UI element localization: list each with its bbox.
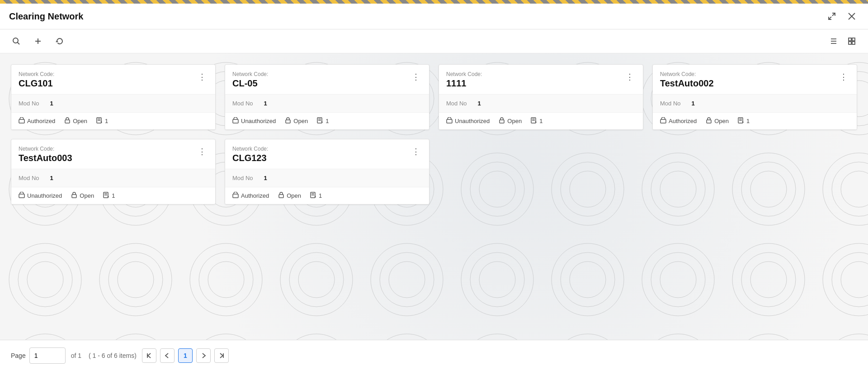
expand-icon[interactable]	[825, 9, 839, 24]
auth-status-label: Authorized	[669, 118, 697, 124]
card-header: Network Code: CLG101 ⋮	[11, 65, 215, 95]
mod-no-label: Mod No	[232, 100, 253, 107]
svg-rect-41	[279, 195, 283, 198]
svg-rect-15	[19, 119, 24, 123]
card-footer: Unauthorized Open 1	[225, 113, 429, 129]
svg-rect-16	[65, 120, 70, 123]
page-input[interactable]	[29, 347, 66, 364]
card-body: Mod No 1	[11, 95, 215, 113]
lock-icon	[706, 117, 712, 125]
auth-icon	[660, 117, 666, 125]
card-footer: Unauthorized Open 1	[11, 187, 215, 204]
card-1: Network Code: CLG101 ⋮ Mod No 1 Authoriz…	[11, 64, 216, 130]
auth-status-label: Unauthorized	[241, 118, 276, 124]
edit-count: 1	[96, 117, 108, 125]
mod-no-value: 1	[50, 100, 53, 107]
svg-rect-14	[852, 42, 855, 44]
last-page-button[interactable]	[214, 348, 229, 363]
auth-status-label: Authorized	[27, 118, 55, 124]
search-button[interactable]	[9, 34, 24, 48]
card-body: Mod No 1	[439, 95, 643, 113]
svg-rect-30	[660, 119, 666, 123]
card-footer: Authorized Open 1	[11, 113, 215, 129]
grid-view-button[interactable]	[844, 34, 859, 48]
card-header: Network Code: TestAuto002 ⋮	[653, 65, 857, 95]
network-code-label: Network Code:	[19, 71, 54, 77]
card-menu-button[interactable]: ⋮	[838, 71, 849, 83]
lock-status-label: Open	[293, 118, 308, 124]
svg-rect-20	[233, 119, 238, 123]
card-body: Mod No 1	[225, 95, 429, 113]
page-label: Page	[11, 352, 26, 359]
card-6: Network Code: CLG123 ⋮ Mod No 1 Authoriz…	[225, 139, 429, 205]
svg-line-1	[829, 17, 831, 19]
edit-count-value: 1	[319, 192, 322, 199]
lock-icon	[64, 117, 71, 125]
svg-rect-26	[500, 120, 504, 123]
network-code-label: Network Code:	[660, 71, 714, 77]
card-header-info: Network Code: CL-05	[232, 71, 268, 89]
edit-count: 1	[310, 192, 322, 200]
svg-rect-31	[707, 120, 711, 123]
list-view-button[interactable]	[826, 34, 841, 48]
auth-icon	[19, 117, 25, 125]
card-menu-button[interactable]: ⋮	[196, 71, 208, 83]
mod-no-label: Mod No	[232, 175, 253, 181]
svg-line-5	[18, 43, 20, 45]
card-menu-button[interactable]: ⋮	[624, 71, 636, 83]
card-header-info: Network Code: CLG101	[19, 71, 54, 89]
toolbar-left	[9, 34, 67, 48]
toolbar-right	[826, 34, 859, 48]
current-page-button[interactable]: 1	[178, 348, 193, 363]
card-5: Network Code: TestAuto003 ⋮ Mod No 1 Una…	[11, 139, 216, 205]
card-4: Network Code: TestAuto002 ⋮ Mod No 1 Aut…	[652, 64, 857, 130]
auth-status: Unauthorized	[232, 117, 276, 125]
card-footer: Authorized Open 1	[653, 113, 857, 129]
auth-status: Authorized	[660, 117, 697, 125]
svg-point-4	[13, 38, 18, 43]
auth-icon	[232, 117, 239, 125]
close-icon[interactable]	[844, 9, 859, 24]
network-code-label: Network Code:	[232, 146, 268, 152]
mod-no-value: 1	[478, 100, 481, 107]
svg-rect-21	[286, 120, 290, 123]
edit-count: 1	[531, 117, 542, 125]
svg-rect-13	[849, 42, 851, 44]
lock-status: Open	[499, 117, 522, 125]
edit-count: 1	[103, 192, 115, 200]
pagination-bar: Page of 1 ( 1 - 6 of 6 items) 1	[0, 340, 868, 371]
next-page-button[interactable]	[196, 348, 211, 363]
lock-status-label: Open	[714, 118, 729, 124]
mod-no-value: 1	[50, 175, 53, 181]
card-header-info: Network Code: 1111	[446, 71, 482, 89]
card-menu-button[interactable]: ⋮	[410, 146, 422, 157]
edit-count-value: 1	[326, 118, 329, 124]
page-of-label: of 1	[71, 352, 81, 359]
svg-rect-25	[447, 119, 452, 123]
auth-status-label: Authorized	[241, 192, 269, 199]
card-header: Network Code: CLG123 ⋮	[225, 139, 429, 169]
page-title: Clearing Network	[9, 11, 83, 22]
card-menu-button[interactable]: ⋮	[196, 146, 208, 157]
refresh-button[interactable]	[52, 34, 67, 48]
lock-status: Open	[706, 117, 729, 125]
network-code-value: 1111	[446, 78, 482, 89]
mod-no-label: Mod No	[446, 100, 467, 107]
prev-page-button[interactable]	[160, 348, 175, 363]
lock-status-label: Open	[287, 192, 301, 199]
auth-status-label: Unauthorized	[455, 118, 490, 124]
add-button[interactable]	[31, 34, 45, 48]
edit-icon	[738, 117, 744, 125]
card-header-info: Network Code: TestAuto003	[19, 146, 72, 163]
card-header: Network Code: TestAuto003 ⋮	[11, 139, 215, 169]
auth-status: Authorized	[19, 117, 55, 125]
card-body: Mod No 1	[225, 169, 429, 187]
card-menu-button[interactable]: ⋮	[410, 71, 422, 83]
svg-rect-35	[19, 194, 24, 198]
card-footer: Unauthorized Open 1	[439, 113, 643, 129]
edit-count-value: 1	[539, 118, 542, 124]
mod-no-label: Mod No	[660, 100, 681, 107]
first-page-button[interactable]	[142, 348, 156, 363]
auth-icon	[19, 192, 25, 200]
lock-status: Open	[64, 117, 87, 125]
